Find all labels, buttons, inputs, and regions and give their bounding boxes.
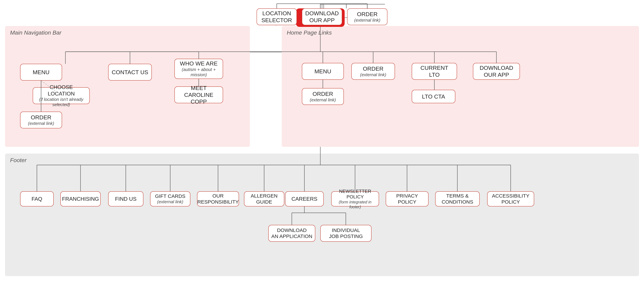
node-accessibility[interactable]: ACCESSIBILITYPOLICY xyxy=(487,191,534,206)
choose-location-sub: (if location isn't already selected) xyxy=(36,97,87,107)
node-meet-caroline[interactable]: MEETCAROLINE COPP xyxy=(174,86,223,103)
our-responsibility-label: OURRESPONSIBILITY xyxy=(198,193,239,205)
section-home-links: Home Page Links xyxy=(282,26,639,147)
node-privacy-policy[interactable]: PRIVACYPOLICY xyxy=(386,191,428,206)
node-lto-cta[interactable]: LTO CTA xyxy=(412,90,455,103)
node-order-ext[interactable]: ORDER (external link) xyxy=(302,88,344,105)
order-ext-sub: (external link) xyxy=(310,97,336,103)
lto-cta-label: LTO CTA xyxy=(422,93,445,100)
order-ext-label: ORDER xyxy=(312,91,333,97)
contact-us-label: CONTACT US xyxy=(112,69,148,76)
node-choose-location[interactable]: CHOOSE LOCATION (if location isn't alrea… xyxy=(33,87,90,104)
node-our-responsibility[interactable]: OURRESPONSIBILITY xyxy=(197,191,239,206)
node-find-us[interactable]: FIND US xyxy=(108,191,144,206)
order-nav-label: ORDER xyxy=(31,114,52,121)
node-order-home-ext[interactable]: ORDER (external link) xyxy=(351,63,395,80)
node-order-top[interactable]: ORDER (external link) xyxy=(347,9,388,25)
home-links-label: Home Page Links xyxy=(287,29,332,36)
node-download-app-top[interactable]: DOWNLOADOUR APP xyxy=(302,9,342,25)
order-home-ext-label: ORDER xyxy=(363,65,384,72)
who-we-are-label: WHO WE ARE xyxy=(180,60,218,67)
terms-conditions-label: TERMS &CONDITIONS xyxy=(442,193,473,205)
section-footer: Footer xyxy=(5,154,639,276)
node-faq[interactable]: FAQ xyxy=(20,191,54,206)
order-top-sub: (external link) xyxy=(354,18,380,23)
newsletter-sub: (form integrated in footer) xyxy=(334,200,376,209)
node-location-selector[interactable]: LOCATIONSELECTOR xyxy=(256,9,297,25)
accessibility-label: ACCESSIBILITYPOLICY xyxy=(492,193,529,205)
node-contact-us[interactable]: CONTACT US xyxy=(108,64,152,81)
meet-caroline-label: MEETCAROLINE COPP xyxy=(177,85,220,105)
franchising-label: FRANCHISING xyxy=(62,196,99,202)
choose-location-label: CHOOSE LOCATION xyxy=(36,84,87,97)
privacy-policy-label: PRIVACYPOLICY xyxy=(396,193,418,205)
menu-home-label: MENU xyxy=(314,68,331,75)
nav-bar-label: Main Navigation Bar xyxy=(10,29,62,36)
gift-cards-sub: (external link) xyxy=(157,199,183,204)
node-current-lto[interactable]: CURRENT LTO xyxy=(412,63,457,80)
node-download-application[interactable]: DOWNLOADAN APPLICATION xyxy=(268,225,315,242)
download-app-home-label: DOWNLOADOUR APP xyxy=(480,65,513,78)
order-top-label: ORDER xyxy=(357,11,378,18)
newsletter-label: NEWSLETTERPOLICY xyxy=(339,188,371,200)
current-lto-label: CURRENT LTO xyxy=(414,65,454,78)
node-order-nav[interactable]: ORDER (external link) xyxy=(20,112,62,128)
careers-label: CAREERS xyxy=(292,196,318,202)
node-download-app-home[interactable]: DOWNLOADOUR APP xyxy=(473,63,520,80)
node-newsletter[interactable]: NEWSLETTERPOLICY (form integrated in foo… xyxy=(331,191,379,206)
location-selector-label: LOCATIONSELECTOR xyxy=(262,10,292,24)
allergen-guide-label: ALLERGENGUIDE xyxy=(251,193,278,205)
faq-label: FAQ xyxy=(32,196,42,202)
node-allergen-guide[interactable]: ALLERGENGUIDE xyxy=(244,191,284,206)
download-application-label: DOWNLOADAN APPLICATION xyxy=(271,227,312,239)
diagram-container: Main Navigation Bar Home Page Links Foot… xyxy=(0,0,644,287)
node-franchising[interactable]: FRANCHISING xyxy=(60,191,100,206)
node-careers[interactable]: CAREERS xyxy=(285,191,324,206)
footer-label: Footer xyxy=(10,157,26,163)
node-menu-home[interactable]: MENU xyxy=(302,63,344,80)
node-menu[interactable]: MENU xyxy=(20,64,62,81)
node-gift-cards[interactable]: GIFT CARDS (external link) xyxy=(150,191,190,206)
download-app-top-label: DOWNLOADOUR APP xyxy=(305,10,339,24)
menu-label: MENU xyxy=(33,69,50,76)
find-us-label: FIND US xyxy=(115,196,136,202)
order-home-ext-sub: (external link) xyxy=(360,72,386,77)
gift-cards-label: GIFT CARDS xyxy=(155,193,185,199)
node-individual-job-posting[interactable]: INDIVIDUALJOB POSTING xyxy=(320,225,372,242)
node-who-we-are[interactable]: WHO WE ARE (autism + about + mission) xyxy=(174,59,223,79)
node-terms-conditions[interactable]: TERMS &CONDITIONS xyxy=(435,191,480,206)
individual-job-posting-label: INDIVIDUALJOB POSTING xyxy=(329,227,363,239)
order-nav-sub: (external link) xyxy=(28,121,54,126)
who-we-are-sub: (autism + about + mission) xyxy=(177,67,220,77)
